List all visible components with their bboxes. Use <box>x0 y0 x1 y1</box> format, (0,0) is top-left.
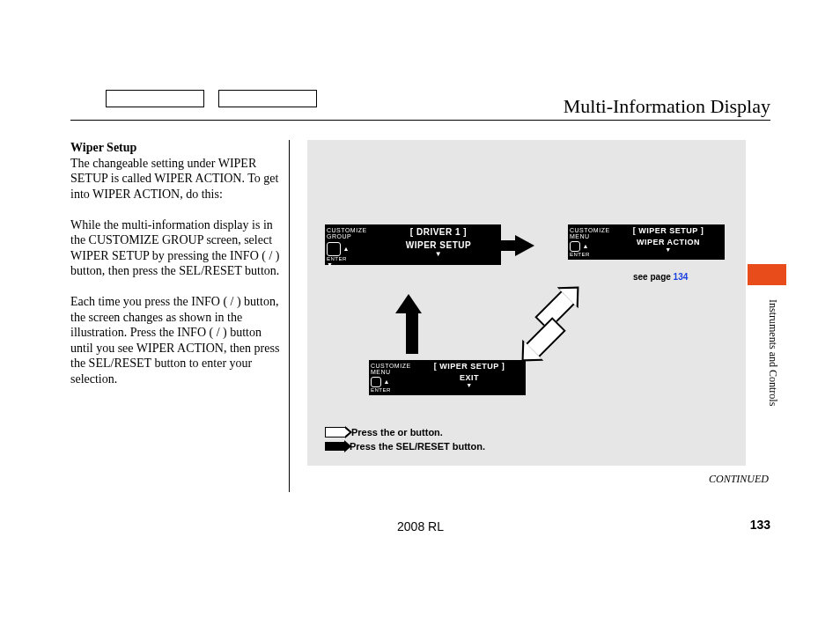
lcd2-row2: WIPER ACTION <box>615 238 721 246</box>
enter-icon <box>327 242 341 256</box>
header-empty-boxes <box>106 90 317 107</box>
lcd-exit: CUSTOMIZE MENU ▲ ENTER [ WIPER SETUP ] E… <box>369 360 526 395</box>
lcd1-row1: [ DRIVER 1 ] <box>379 227 497 237</box>
lcd2-enter: ENTER <box>570 252 610 257</box>
lcd3-enter: ENTER <box>371 387 411 393</box>
lcd2-side-line1: CUSTOMIZE <box>570 227 610 233</box>
arrow-up-icon <box>402 294 422 354</box>
paragraph-2: While the multi-information display is i… <box>70 217 280 279</box>
lcd3-side-line2: MENU <box>371 369 411 375</box>
header-box-2 <box>218 90 317 107</box>
continued-label: CONTINUED <box>709 473 769 486</box>
text-column: Wiper Setup The changeable setting under… <box>70 140 289 492</box>
lcd3-side-line1: CUSTOMIZE <box>371 363 411 369</box>
paragraph-1: The changeable setting under WIPER SETUP… <box>70 156 280 202</box>
double-arrow-icon <box>523 294 593 364</box>
legend-white-arrow-icon <box>325 427 346 438</box>
lcd2-side-line2: MENU <box>570 233 610 239</box>
arrow-right-icon <box>515 235 534 256</box>
legend-line-1: Press the or button. <box>351 427 443 438</box>
lcd-customize-group: CUSTOMIZE GROUP ▲ ENTER ▼ [ DRIVER 1 ] W… <box>325 224 501 265</box>
enter-icon <box>570 241 580 252</box>
column-divider <box>289 140 307 492</box>
legend: Press the or button. Press the SEL/RESET… <box>325 425 485 453</box>
footer-model: 2008 RL <box>70 519 770 533</box>
lcd1-side-line1: CUSTOMIZE <box>327 227 374 233</box>
header-box-1 <box>106 90 204 107</box>
illustration-panel: CUSTOMIZE GROUP ▲ ENTER ▼ [ DRIVER 1 ] W… <box>307 140 746 466</box>
lcd2-row1: [ WIPER SETUP ] <box>615 226 721 235</box>
see-page-prefix: see page <box>633 272 674 282</box>
cross-reference: see page 134 <box>633 272 688 282</box>
subsection-heading: Wiper Setup <box>70 141 136 154</box>
footer-page-number: 133 <box>750 518 770 532</box>
lcd1-side-line2: GROUP <box>327 233 374 239</box>
legend-line-2: Press the SEL/RESET button. <box>350 441 485 452</box>
lcd3-row2: EXIT <box>416 373 522 382</box>
lcd-wiper-action: CUSTOMIZE MENU ▲ ENTER [ WIPER SETUP ] W… <box>568 224 725 260</box>
lcd1-row2: WIPER SETUP <box>379 240 497 250</box>
legend-black-arrow-icon <box>325 442 344 451</box>
paragraph-3: Each time you press the INFO ( / ) butto… <box>70 294 280 386</box>
see-page-link[interactable]: 134 <box>674 272 689 282</box>
enter-icon <box>371 377 381 387</box>
lcd3-row1: [ WIPER SETUP ] <box>416 362 522 371</box>
